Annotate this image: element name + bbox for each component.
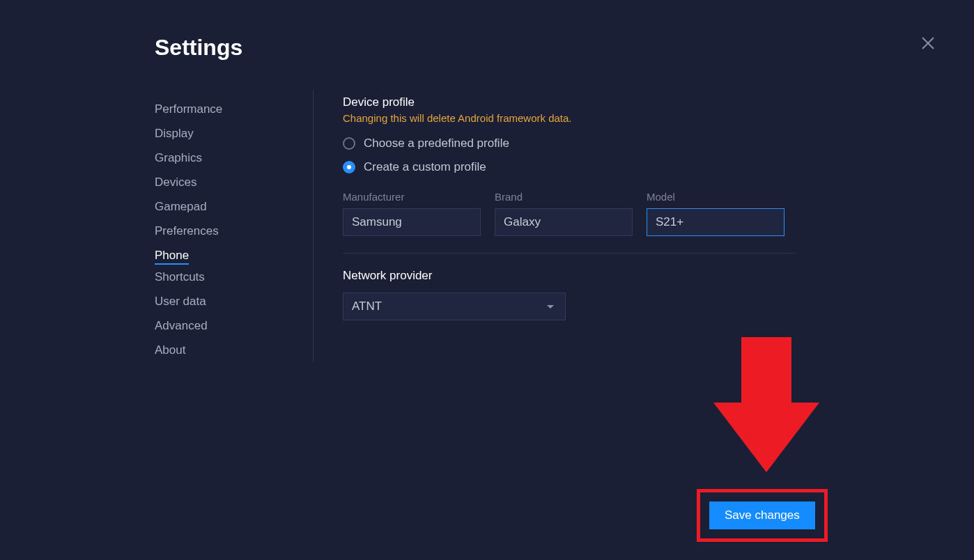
- network-provider-label: Network provider: [343, 269, 801, 283]
- manufacturer-input[interactable]: [343, 208, 481, 236]
- sidebar-item-gamepad[interactable]: Gamepad: [155, 194, 207, 219]
- radio-icon: [343, 137, 355, 150]
- device-profile-warning: Changing this will delete Android framew…: [343, 112, 801, 124]
- model-label: Model: [647, 191, 784, 203]
- device-profile-title: Device profile: [343, 95, 801, 109]
- profile-fields: Manufacturer Brand Model: [343, 191, 801, 236]
- sidebar-item-display[interactable]: Display: [155, 121, 194, 146]
- sidebar-item-user-data[interactable]: User data: [155, 289, 206, 313]
- network-provider-select[interactable]: ATNT: [343, 293, 566, 320]
- sidebar-item-performance[interactable]: Performance: [155, 97, 222, 121]
- profile-radio-group: Choose a predefined profile Create a cus…: [343, 137, 801, 174]
- brand-input[interactable]: [495, 208, 633, 236]
- annotation-highlight-box: Save changes: [697, 489, 828, 542]
- chevron-down-icon: [547, 305, 554, 309]
- sidebar-item-advanced[interactable]: Advanced: [155, 313, 208, 338]
- network-provider-value: ATNT: [352, 300, 382, 313]
- main-panel: Device profile Changing this will delete…: [314, 90, 801, 362]
- radio-icon: [343, 161, 355, 173]
- manufacturer-label: Manufacturer: [343, 191, 481, 203]
- radio-label: Choose a predefined profile: [364, 137, 509, 150]
- sidebar-item-about[interactable]: About: [155, 338, 185, 362]
- radio-label: Create a custom profile: [364, 160, 486, 174]
- sidebar-item-shortcuts[interactable]: Shortcuts: [155, 265, 205, 289]
- radio-predefined-profile[interactable]: Choose a predefined profile: [343, 137, 801, 150]
- save-changes-button[interactable]: Save changes: [709, 501, 815, 529]
- divider: [343, 253, 796, 254]
- sidebar: Performance Display Graphics Devices Gam…: [155, 90, 314, 362]
- close-icon[interactable]: [921, 36, 935, 50]
- sidebar-item-devices[interactable]: Devices: [155, 170, 196, 194]
- brand-label: Brand: [495, 191, 633, 203]
- sidebar-item-preferences[interactable]: Preferences: [155, 219, 219, 243]
- sidebar-item-graphics[interactable]: Graphics: [155, 146, 202, 170]
- model-input[interactable]: [647, 208, 784, 236]
- page-title: Settings: [155, 35, 974, 61]
- sidebar-item-phone[interactable]: Phone: [155, 243, 189, 265]
- radio-custom-profile[interactable]: Create a custom profile: [343, 160, 801, 174]
